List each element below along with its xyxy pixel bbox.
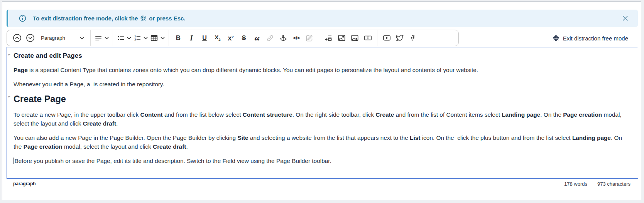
editor-content[interactable]: ⌐Create and edit PagesPage is a special … — [7, 47, 638, 179]
code-icon: </> — [293, 35, 300, 41]
paragraph-style-value: Paragraph — [41, 35, 78, 41]
chevron-down-icon — [144, 37, 148, 40]
chevron-down-icon — [161, 37, 165, 40]
chevron-up-circle-icon — [13, 34, 22, 42]
collapse-icon — [140, 15, 147, 22]
info-circle-icon — [19, 14, 27, 22]
superscript-icon: X2 — [228, 35, 233, 41]
anchor-icon — [279, 34, 287, 42]
heading-block-marker: ⌐ — [8, 52, 10, 57]
editor-toolbar: Paragraph 12 B I U X2 X2 — [7, 30, 459, 46]
info-banner: To exit distraction free mode, click the… — [7, 10, 638, 27]
align-left-icon — [95, 34, 102, 42]
edit-source-button[interactable] — [303, 32, 316, 44]
text-caret — [14, 158, 14, 164]
toolbar-divider — [377, 30, 377, 46]
insert-field-button[interactable] — [362, 32, 374, 44]
toolbar-divider — [169, 30, 169, 46]
paragraph-style-dropdown[interactable]: Paragraph — [37, 32, 87, 44]
bold-button[interactable]: B — [172, 32, 184, 44]
block-quote-button[interactable]: “ — [251, 32, 263, 44]
underline-icon: U — [202, 35, 207, 41]
editor-paragraph[interactable]: Page is a special Content Type that cont… — [14, 65, 631, 74]
exit-distraction-free-button[interactable]: Exit distraction free mode — [550, 32, 630, 44]
strikethrough-button[interactable]: S — [238, 32, 250, 44]
link-icon — [266, 34, 274, 42]
word-count-group: 178 words 973 characters — [564, 181, 630, 187]
editor-heading[interactable]: ⌐Create and edit Pages — [14, 52, 631, 60]
image-icon — [338, 34, 346, 42]
chevron-down-circle-icon — [26, 34, 35, 42]
underline-button[interactable]: U — [198, 32, 211, 44]
editor-heading[interactable]: ⌐Create Page — [14, 94, 631, 104]
banner-message-after: or press Esc. — [149, 15, 185, 22]
toolbar-divider — [90, 30, 91, 46]
table-icon — [150, 34, 158, 42]
word-count: 178 words — [564, 181, 587, 187]
collapse-icon — [553, 35, 559, 42]
toolbar-divider — [113, 30, 113, 46]
insert-image-button[interactable] — [335, 32, 348, 44]
subscript-button[interactable]: X2 — [211, 32, 224, 44]
bulleted-list-icon — [117, 34, 125, 42]
distraction-free-editor-panel: To exit distraction free mode, click the… — [2, 1, 641, 200]
text-field-icon — [364, 34, 372, 42]
editor-footer: paragraph 178 words 973 characters — [2, 179, 641, 189]
code-button[interactable]: </> — [290, 32, 303, 44]
facebook-icon — [409, 34, 417, 42]
numbered-list-icon: 12 — [134, 34, 141, 42]
image-upload-icon — [351, 34, 359, 42]
twitter-icon — [396, 34, 404, 42]
bulleted-list-button[interactable] — [116, 32, 132, 44]
bold-icon: B — [176, 35, 181, 41]
close-banner-button[interactable] — [620, 13, 630, 23]
edit-pencil-icon — [306, 34, 313, 42]
editor-paragraph[interactable]: To create a new Page, in the upper toolb… — [14, 110, 631, 128]
text-alignment-button[interactable] — [94, 32, 110, 44]
chevron-down-icon — [127, 37, 131, 40]
editor-paragraph[interactable]: Whenever you edit a Page, a is created i… — [14, 80, 631, 89]
superscript-button[interactable]: X2 — [225, 32, 237, 44]
move-down-button[interactable] — [24, 32, 36, 44]
toolbar-divider — [319, 30, 319, 46]
banner-message: To exit distraction free mode, click the… — [33, 15, 186, 22]
insert-content-block-button[interactable] — [322, 32, 335, 44]
numbered-list-button[interactable]: 12 — [133, 32, 149, 44]
exit-distraction-free-label: Exit distraction free mode — [563, 35, 628, 42]
insert-content-block-icon — [325, 34, 332, 42]
italic-icon: I — [190, 34, 193, 42]
insert-youtube-button[interactable] — [380, 32, 393, 44]
chevron-down-icon — [105, 37, 109, 40]
heading-block-marker: ⌐ — [8, 94, 10, 99]
italic-button[interactable]: I — [185, 32, 198, 44]
link-button[interactable] — [264, 32, 276, 44]
banner-message-before: To exit distraction free mode, click the — [33, 15, 138, 22]
subscript-icon: X2 — [215, 34, 220, 42]
editor-paragraph[interactable]: You can also add a new Page in the Page … — [14, 133, 631, 151]
insert-twitter-button[interactable] — [394, 32, 406, 44]
move-up-button[interactable] — [11, 32, 23, 44]
youtube-icon — [383, 34, 391, 42]
character-count: 973 characters — [597, 181, 630, 187]
close-icon — [623, 16, 628, 21]
chevron-down-icon — [80, 37, 84, 40]
svg-text:2: 2 — [134, 38, 136, 41]
upload-image-button[interactable] — [348, 32, 361, 44]
insert-table-button[interactable] — [149, 32, 166, 44]
element-path-breadcrumb[interactable]: paragraph — [13, 181, 36, 186]
insert-facebook-button[interactable] — [407, 32, 419, 44]
editor-paragraph[interactable]: Before you publish or save the Page, edi… — [14, 156, 631, 165]
anchor-button[interactable] — [277, 32, 289, 44]
strikethrough-icon: S — [242, 35, 246, 41]
